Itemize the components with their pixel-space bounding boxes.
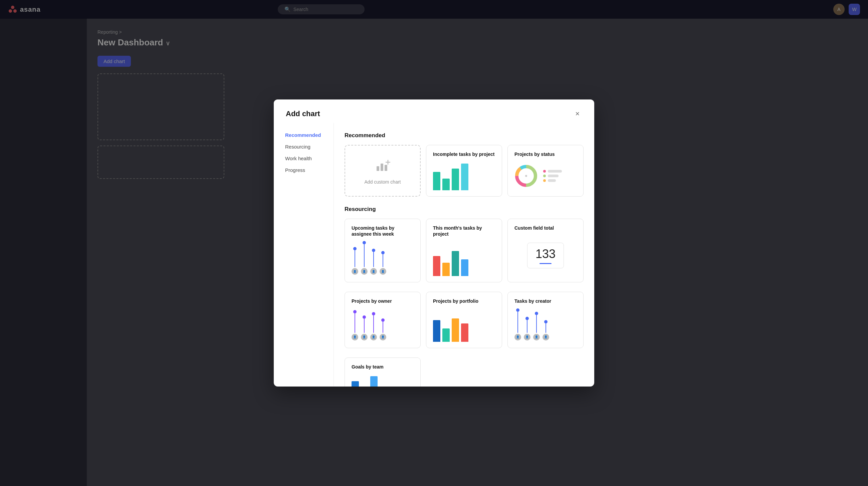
upcoming-tasks-title: Upcoming tasks by assignee this week: [351, 225, 414, 237]
add-custom-label: Add custom chart: [365, 179, 401, 185]
portfolio-bar-2: [442, 328, 450, 342]
lollipop-item-3: 👤: [370, 249, 377, 275]
creator-stem-4: [546, 323, 546, 333]
tasks-by-creator-preview: 👤 👤 👤: [515, 309, 577, 342]
lollipop-stem-3: [373, 252, 374, 267]
resourcing-grid-3: Goals by team: [344, 357, 584, 387]
upcoming-tasks-card[interactable]: Upcoming tasks by assignee this week 👤: [344, 219, 421, 282]
resourcing-grid-1: Upcoming tasks by assignee this week 👤: [344, 219, 584, 282]
legend-item-2: [543, 174, 562, 177]
upcoming-tasks-preview: 👤 👤 👤: [351, 241, 414, 276]
bar-4: [461, 164, 468, 190]
goals-bar-1: [351, 381, 359, 387]
creator-dot-4: [544, 320, 548, 323]
projects-by-owner-preview: 👤 👤 👤: [351, 309, 414, 342]
projects-by-status-preview: [515, 161, 577, 190]
incomplete-tasks-title: Incomplete tasks by project: [433, 151, 495, 157]
custom-field-total-preview: 133: [515, 235, 577, 276]
creator-avatar-2: 👤: [524, 334, 530, 341]
bar-r4: [461, 259, 468, 276]
creator-stem-2: [527, 320, 527, 333]
owner-avatar-3: 👤: [370, 334, 377, 341]
legend-item-3: [543, 179, 562, 182]
owner-lollipop-2: 👤: [361, 316, 368, 341]
incomplete-tasks-card[interactable]: Incomplete tasks by project: [426, 145, 502, 197]
this-months-tasks-title: This month's tasks by project: [433, 225, 495, 237]
legend-dot-1: [543, 170, 546, 172]
legend-item-1: [543, 170, 562, 172]
svg-point-14: [525, 175, 527, 177]
portfolio-bar-3: [452, 318, 459, 342]
lollipop-stem-4: [382, 254, 383, 267]
owner-lollipop-1: 👤: [351, 310, 358, 341]
tasks-by-creator-card[interactable]: Tasks by creator 👤 👤: [507, 292, 584, 348]
owner-avatar-1: 👤: [351, 334, 358, 341]
owner-lollipop-3: 👤: [370, 312, 377, 341]
lollipop-avatar-3: 👤: [370, 268, 377, 275]
legend-line-1: [548, 170, 562, 172]
lollipop-item-1: 👤: [351, 247, 358, 275]
bar-r1: [433, 256, 440, 276]
this-months-tasks-preview: [433, 241, 495, 276]
creator-stem-3: [536, 315, 537, 333]
tasks-by-creator-title: Tasks by creator: [515, 298, 577, 304]
creator-dot-3: [535, 312, 538, 315]
bar-r3: [452, 251, 459, 276]
owner-stem-3: [373, 316, 374, 333]
nav-progress[interactable]: Progress: [282, 165, 326, 175]
lollipop-stem-1: [354, 250, 355, 267]
lollipop-dot-1: [353, 247, 356, 250]
svg-rect-3: [377, 166, 379, 171]
lollipop-stem-2: [364, 244, 365, 267]
owner-dot-3: [372, 312, 375, 316]
custom-field-total-card[interactable]: Custom field total 133: [507, 219, 584, 282]
modal-overlay: Add chart × Recommended Resourcing Work …: [0, 0, 868, 486]
goals-by-team-title: Goals by team: [351, 364, 414, 370]
this-months-tasks-card[interactable]: This month's tasks by project: [426, 219, 502, 282]
portfolio-bar-4: [461, 323, 468, 342]
add-chart-modal: Add chart × Recommended Resourcing Work …: [274, 99, 594, 387]
legend-line-3: [548, 179, 556, 182]
projects-by-portfolio-preview: [433, 309, 495, 342]
recommended-grid: Add custom chart Incomplete tasks by pro…: [344, 145, 584, 197]
lollipop-dot-2: [363, 241, 366, 244]
bar-1: [433, 172, 440, 190]
nav-recommended[interactable]: Recommended: [282, 130, 326, 140]
projects-by-portfolio-title: Projects by portfolio: [433, 298, 495, 304]
projects-by-owner-card[interactable]: Projects by owner 👤 �: [344, 292, 421, 348]
projects-by-portfolio-card[interactable]: Projects by portfolio: [426, 292, 502, 348]
goals-by-team-card[interactable]: Goals by team: [344, 357, 421, 387]
modal-content: Recommended: [334, 123, 594, 387]
creator-lollipop-2: 👤: [524, 317, 530, 341]
lollipop-avatar-1: 👤: [351, 268, 358, 275]
section-resourcing-title: Resourcing: [344, 206, 584, 213]
add-custom-chart-card[interactable]: Add custom chart: [344, 145, 421, 197]
creator-dot-2: [525, 317, 529, 320]
svg-rect-4: [380, 164, 383, 171]
projects-by-status-title: Projects by status: [515, 151, 577, 157]
creator-avatar-3: 👤: [533, 334, 540, 341]
portfolio-bar-1: [433, 320, 440, 342]
lollipop-dot-3: [372, 249, 375, 252]
nav-work-health[interactable]: Work health: [282, 153, 326, 164]
section-recommended-title: Recommended: [344, 132, 584, 139]
bar-r2: [442, 263, 450, 276]
svg-rect-5: [384, 165, 387, 171]
goals-by-team-preview: [351, 374, 414, 387]
modal-close-button[interactable]: ×: [572, 109, 582, 119]
nav-resourcing[interactable]: Resourcing: [282, 141, 326, 152]
projects-by-status-card[interactable]: Projects by status: [507, 145, 584, 197]
custom-field-total-title: Custom field total: [515, 225, 577, 231]
owner-dot-4: [381, 318, 384, 322]
owner-dot-2: [363, 316, 366, 319]
section-recommended: Recommended: [344, 132, 584, 197]
big-number: 133: [535, 247, 556, 261]
projects-by-owner-title: Projects by owner: [351, 298, 414, 304]
modal-title: Add chart: [286, 109, 320, 118]
lollipop-avatar-4: 👤: [380, 268, 386, 275]
creator-avatar-1: 👤: [515, 334, 521, 341]
add-custom-icon: [375, 157, 391, 176]
creator-dot-1: [516, 309, 520, 312]
bar-2: [442, 179, 450, 190]
donut-legend: [543, 170, 562, 182]
